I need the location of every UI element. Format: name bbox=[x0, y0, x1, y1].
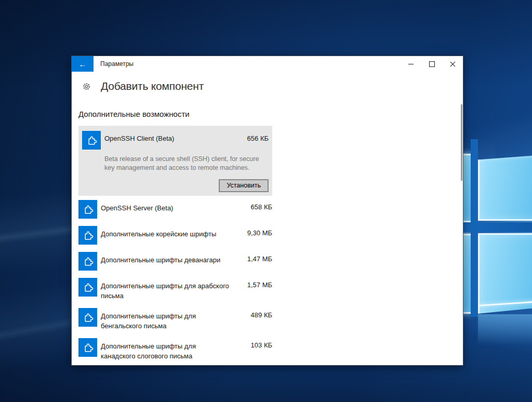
feature-head: OpenSSH Client (Beta) 656 КБ bbox=[82, 131, 269, 150]
page-header: Добавить компонент bbox=[82, 80, 204, 92]
feature-item[interactable]: OpenSSH Server (Beta) 658 КБ bbox=[78, 200, 272, 219]
puzzle-icon bbox=[78, 338, 97, 357]
settings-window: ← Параметры Добавить компонент Дополните… bbox=[71, 56, 463, 366]
feature-list: OpenSSH Server (Beta) 658 КБ Дополнитель… bbox=[78, 200, 272, 368]
feature-name: Дополнительные шрифты для бенгальского п… bbox=[101, 308, 235, 331]
logo-crossbar bbox=[457, 222, 532, 232]
minimize-icon bbox=[408, 64, 414, 64]
feature-size: 656 КБ bbox=[247, 131, 269, 142]
feature-item[interactable]: Дополнительные шрифты для арабского пись… bbox=[78, 278, 272, 301]
logo-pane-edge bbox=[478, 150, 532, 159]
feature-actions: Установить bbox=[82, 179, 269, 192]
minimize-button[interactable] bbox=[401, 56, 421, 72]
feature-item[interactable]: Дополнительные шрифты для канадского сло… bbox=[78, 338, 272, 361]
puzzle-icon bbox=[78, 278, 97, 297]
logo-fade bbox=[478, 314, 532, 345]
back-icon: ← bbox=[79, 60, 87, 69]
puzzle-icon bbox=[78, 226, 97, 245]
feature-size: 1,57 МБ bbox=[247, 278, 272, 289]
feature-name: Дополнительные шрифты для арабского пись… bbox=[101, 278, 235, 301]
puzzle-icon bbox=[78, 200, 97, 219]
windows-logo bbox=[457, 135, 532, 332]
install-button[interactable]: Установить bbox=[219, 179, 269, 192]
puzzle-icon bbox=[82, 131, 101, 150]
back-button[interactable]: ← bbox=[72, 56, 94, 72]
puzzle-icon bbox=[78, 252, 97, 271]
feature-description: Beta release of a secure shell (SSH) cli… bbox=[104, 155, 261, 172]
scrollbar-thumb[interactable] bbox=[461, 104, 462, 181]
feature-item[interactable]: Дополнительные шрифты для бенгальского п… bbox=[78, 308, 272, 331]
feature-name: OpenSSH Server (Beta) bbox=[101, 200, 235, 213]
section-title: Дополнительные возможности bbox=[78, 110, 190, 118]
close-icon bbox=[450, 61, 456, 67]
feature-size: 9,30 МБ bbox=[247, 226, 272, 237]
page-title: Добавить компонент bbox=[101, 80, 204, 92]
feature-size: 103 КБ bbox=[251, 338, 272, 349]
close-button[interactable] bbox=[442, 56, 463, 72]
gear-icon bbox=[82, 82, 91, 91]
feature-item[interactable]: Дополнительные корейские шрифты 9,30 МБ bbox=[78, 226, 272, 245]
titlebar: ← Параметры bbox=[72, 56, 463, 72]
feature-size: 658 КБ bbox=[251, 200, 272, 211]
window-title: Параметры bbox=[100, 60, 134, 68]
puzzle-icon bbox=[78, 308, 97, 327]
logo-pane bbox=[478, 233, 532, 314]
feature-item[interactable]: Дополнительные шрифты деванагари 1,47 МБ bbox=[78, 252, 272, 271]
logo-pane-edge bbox=[478, 297, 532, 306]
feature-name: Дополнительные корейские шрифты bbox=[101, 226, 235, 239]
maximize-icon bbox=[429, 61, 435, 67]
feature-name: Дополнительные шрифты деванагари bbox=[101, 252, 235, 265]
feature-size: 489 КБ bbox=[251, 308, 272, 319]
maximize-button[interactable] bbox=[421, 56, 442, 72]
logo-pane bbox=[478, 151, 532, 221]
feature-name: Дополнительные шрифты для канадского сло… bbox=[101, 338, 235, 361]
feature-size: 1,47 МБ bbox=[247, 252, 272, 263]
window-controls bbox=[401, 56, 463, 72]
feature-name: OpenSSH Client (Beta) bbox=[104, 131, 247, 142]
feature-item-expanded[interactable]: OpenSSH Client (Beta) 656 КБ Beta releas… bbox=[78, 126, 272, 196]
